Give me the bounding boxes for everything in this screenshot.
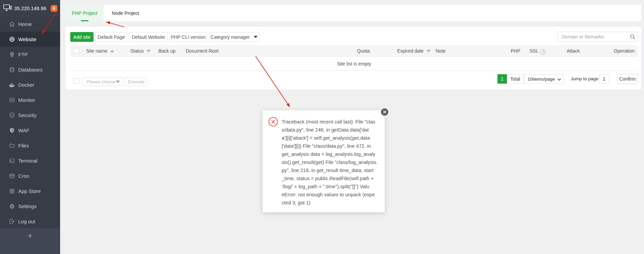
sidebar-item-website[interactable]: Website bbox=[0, 32, 60, 47]
sidebar-item-label: App Store bbox=[18, 188, 41, 194]
page-size-label: 10items/page bbox=[527, 77, 555, 82]
toolbar: Add site Default Page Default Website PH… bbox=[70, 32, 259, 42]
sort-asc-icon bbox=[110, 50, 114, 52]
traceback-text: Traceback (most recent call last): File … bbox=[282, 118, 384, 207]
page-size-select[interactable]: 10items/page bbox=[524, 74, 564, 84]
sidebar-item-label: Security bbox=[18, 112, 36, 118]
bulk-action-select[interactable]: Please choose bbox=[82, 77, 123, 86]
sidebar-item-cron[interactable]: Cron bbox=[0, 168, 60, 184]
shield-solid-icon bbox=[9, 128, 15, 134]
terminal-icon bbox=[9, 158, 15, 164]
sidebar-item-label: Settings bbox=[18, 203, 36, 209]
logout-icon bbox=[9, 219, 15, 225]
tab-php-project[interactable]: PHP Project bbox=[66, 5, 104, 21]
card-footer: Please choose Execute 1 Total 10items/pa… bbox=[70, 74, 638, 86]
sidebar-item-label: WAF bbox=[18, 128, 29, 133]
pagination-current-page[interactable]: 1 bbox=[497, 74, 507, 84]
sidebar-item-docker[interactable]: Docker bbox=[0, 77, 60, 92]
empty-table-message: Site list is empty bbox=[70, 57, 638, 71]
sidebar-item-files[interactable]: Files bbox=[0, 138, 60, 153]
category-manager-label: Category manager bbox=[211, 34, 250, 40]
shield-check-icon bbox=[9, 112, 15, 118]
pagination-total: Total bbox=[507, 74, 523, 84]
col-quota: Quota bbox=[357, 45, 370, 57]
tab-node-project[interactable]: Node Project bbox=[104, 5, 147, 21]
chevron-down-icon bbox=[254, 36, 258, 38]
sidebar-item-monitor[interactable]: Monitor bbox=[0, 92, 60, 108]
server-ip: 35.220.148.96 bbox=[14, 6, 46, 11]
sidebar-item-terminal[interactable]: Terminal bbox=[0, 153, 60, 168]
chevron-down-icon bbox=[116, 81, 120, 83]
col-attack: Attack bbox=[567, 45, 580, 57]
bulk-select-checkbox[interactable] bbox=[74, 78, 79, 84]
error-dialog: Traceback (most recent call last): File … bbox=[262, 110, 385, 213]
close-icon bbox=[383, 110, 387, 114]
grid-icon bbox=[9, 188, 15, 194]
sidebar-item-label: Log out bbox=[18, 219, 35, 224]
app-root: 35.220.148.96 0 Home bbox=[0, 0, 644, 254]
php-cli-version-button[interactable]: PHP CLI version bbox=[170, 32, 207, 42]
col-back-up: Back up bbox=[158, 45, 176, 57]
sidebar: 35.220.148.96 0 Home bbox=[0, 0, 60, 254]
col-expired-date[interactable]: Expired date bbox=[397, 45, 431, 57]
site-list-card: Add site Default Page Default Website PH… bbox=[66, 27, 641, 89]
col-status[interactable]: Status bbox=[130, 45, 151, 57]
search-icon[interactable] bbox=[627, 34, 638, 40]
globe-icon bbox=[9, 36, 15, 43]
tab-label: Node Project bbox=[112, 10, 139, 16]
tab-label: PHP Project bbox=[72, 10, 98, 16]
execute-button[interactable]: Execute bbox=[125, 77, 147, 86]
sidebar-header: 35.220.148.96 0 bbox=[0, 0, 60, 17]
sidebar-add-menu-button[interactable]: + bbox=[0, 228, 60, 254]
sidebar-item-logout[interactable]: Log out bbox=[0, 214, 60, 229]
col-operation: Operation bbox=[614, 45, 635, 57]
default-page-button[interactable]: Default Page bbox=[95, 32, 127, 42]
search-box bbox=[557, 32, 638, 42]
sidebar-menu: Home Website bbox=[0, 17, 60, 229]
sidebar-item-settings[interactable]: Settings bbox=[0, 199, 60, 214]
sidebar-item-label: Databases bbox=[18, 67, 43, 73]
sidebar-item-label: Cron bbox=[18, 173, 29, 179]
col-php: PHP bbox=[511, 45, 520, 57]
jump-to-page-label: Jump to page bbox=[571, 74, 598, 84]
sidebar-item-databases[interactable]: Databases bbox=[0, 62, 60, 77]
dialog-close-button[interactable] bbox=[380, 108, 389, 116]
server-monitor-icon bbox=[3, 4, 12, 13]
sidebar-item-waf[interactable]: WAF bbox=[0, 123, 60, 138]
default-website-button[interactable]: Default Website bbox=[129, 32, 168, 42]
sidebar-item-ftp[interactable]: FTP bbox=[0, 47, 60, 62]
col-note: Note bbox=[436, 45, 446, 57]
col-site-name[interactable]: Site name bbox=[86, 45, 114, 57]
notification-badge[interactable]: 0 bbox=[51, 5, 57, 12]
plus-icon: + bbox=[0, 228, 60, 243]
bulk-action-placeholder: Please choose bbox=[87, 79, 115, 84]
error-icon bbox=[268, 117, 278, 127]
site-table: Site name Status Back up Document Root Q… bbox=[70, 45, 638, 71]
docker-whale-icon bbox=[9, 82, 15, 88]
sidebar-item-label: Home bbox=[18, 21, 32, 27]
folder-icon bbox=[9, 143, 15, 149]
sidebar-item-label: Terminal bbox=[18, 158, 37, 164]
search-input[interactable] bbox=[558, 34, 627, 39]
sidebar-item-label: Website bbox=[18, 36, 36, 42]
table-header: Site name Status Back up Document Root Q… bbox=[70, 45, 638, 57]
category-manager-button[interactable]: Category manager bbox=[209, 32, 259, 42]
filter-caret-icon bbox=[147, 50, 151, 52]
database-icon bbox=[9, 67, 15, 73]
add-site-button[interactable]: Add site bbox=[70, 32, 94, 42]
sidebar-item-security[interactable]: Security bbox=[0, 108, 60, 123]
sidebar-item-app-store[interactable]: App Store bbox=[0, 184, 60, 199]
project-tabs: PHP Project Node Project bbox=[66, 5, 641, 21]
sidebar-item-label: FTP bbox=[18, 52, 28, 57]
sidebar-item-label: Docker bbox=[18, 82, 34, 88]
chevron-down-icon bbox=[558, 77, 561, 81]
filter-caret-icon bbox=[427, 50, 431, 52]
select-all-checkbox[interactable] bbox=[74, 48, 79, 54]
sidebar-item-home[interactable]: Home bbox=[0, 17, 60, 32]
sidebar-item-label: Monitor bbox=[18, 97, 35, 103]
home-icon bbox=[9, 21, 15, 27]
col-document-root: Document Root bbox=[186, 45, 218, 57]
jump-to-page-input[interactable] bbox=[599, 74, 609, 84]
confirm-button[interactable]: Confirm bbox=[617, 74, 638, 84]
help-icon[interactable]: ? bbox=[540, 49, 546, 55]
